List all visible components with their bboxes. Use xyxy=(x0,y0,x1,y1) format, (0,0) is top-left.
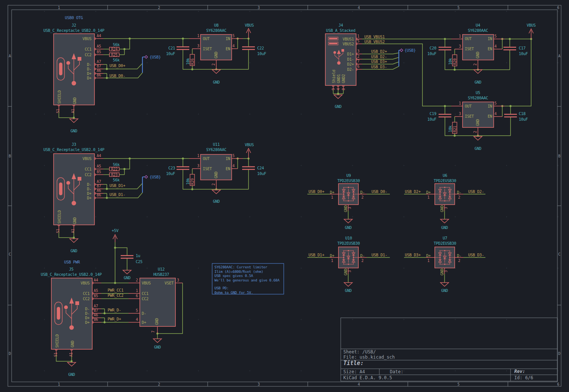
pin-name-d+[interactable]: D+ xyxy=(142,320,146,325)
pin-name-d+[interactable]: D+ xyxy=(87,71,91,76)
net-label-usb-d1-[interactable]: USB_D1- xyxy=(371,253,387,257)
pin-name-vbus[interactable]: VBUS xyxy=(81,281,90,285)
pin-name-d+[interactable]: D+ xyxy=(87,196,91,200)
pin-name-gnd[interactable]: GND xyxy=(214,172,218,178)
pin-number-b6[interactable]: B6 xyxy=(97,193,101,197)
pin-number-4[interactable]: 4 xyxy=(336,88,341,90)
pin-number-2[interactable]: 2 xyxy=(473,131,478,133)
pin-number-3[interactable]: 3 xyxy=(444,207,448,209)
pin-name-d-[interactable]: D- xyxy=(360,190,365,195)
designator-husb237[interactable]: HUSB237 xyxy=(153,272,169,277)
pin-number-a6[interactable]: A6 xyxy=(94,313,98,317)
pin-name-shield[interactable]: SHIELD xyxy=(57,210,61,224)
pin-name-gnd[interactable]: GND xyxy=(72,97,77,104)
power-label-gnd[interactable]: GND xyxy=(213,199,220,203)
pin-name-out[interactable]: OUT xyxy=(203,156,210,161)
note-text-usb-spec-gives-0-5a[interactable]: USB spec gives 0.5A xyxy=(214,274,253,278)
note-text-ilim-a-6800-rset-ohm-[interactable]: Ilim (A)=6800/Rset (ohm) xyxy=(214,269,263,274)
pin-name-in[interactable]: IN xyxy=(488,104,492,108)
pin-name-d-[interactable]: D- xyxy=(85,307,90,311)
pin-name-cc2[interactable]: CC2 xyxy=(85,172,91,177)
designator-j3[interactable]: J3 xyxy=(72,142,76,147)
pin-number-1[interactable]: 1 xyxy=(197,34,199,38)
pin-number-b5[interactable]: B5 xyxy=(97,50,101,54)
pin-number-s1[interactable]: S1 xyxy=(56,229,60,233)
designator-10k[interactable]: 10k xyxy=(448,58,452,65)
pin-number-3[interactable]: 3 xyxy=(197,44,199,48)
net-label-usb-d1+[interactable]: USB_D1+ xyxy=(308,253,324,257)
pin-number-b7[interactable]: B7 xyxy=(97,64,101,69)
designator-56k[interactable]: 56k xyxy=(113,162,120,167)
pin-name-cc1[interactable]: CC1 xyxy=(142,291,148,296)
designator-c21[interactable]: C21 xyxy=(168,46,175,50)
pin-name-in[interactable]: IN xyxy=(226,36,230,41)
pin-number-5[interactable]: 5 xyxy=(357,39,359,43)
pin-number-s1[interactable]: S1 xyxy=(56,109,60,113)
pin-number-2[interactable]: 2 xyxy=(357,54,359,59)
pin-name-shield[interactable]: SHIELD xyxy=(55,334,59,348)
pin-number-1[interactable]: 1 xyxy=(197,154,199,158)
pin-name-vbus2[interactable]: VBUS2 xyxy=(343,42,354,46)
pin-name-shield[interactable]: Shield xyxy=(331,70,336,83)
pin-name-gnd2[interactable]: GND2 xyxy=(341,74,346,83)
designator-10uf[interactable]: 10uF xyxy=(427,51,436,56)
designator-c25[interactable]: C25 xyxy=(136,259,142,264)
pin-name-d1-[interactable]: D1- xyxy=(347,57,354,61)
designator-c17[interactable]: C17 xyxy=(519,46,526,50)
pin-number-3[interactable]: 3 xyxy=(347,270,352,272)
net-label-usb-d2-[interactable]: USB_D2- xyxy=(468,189,484,194)
power-label-gnd[interactable]: GND xyxy=(475,146,481,151)
pin-number-1[interactable]: 1 xyxy=(331,195,333,200)
designator-c20[interactable]: C20 xyxy=(430,46,436,50)
designator-u11[interactable]: U11 xyxy=(213,142,220,147)
designator-u7[interactable]: U7 xyxy=(443,236,447,240)
pin-name-d+[interactable]: D+ xyxy=(85,320,90,325)
designator-56k[interactable]: 56k xyxy=(113,178,120,182)
pin-number-a7[interactable]: A7 xyxy=(97,60,101,64)
designator-tpd2eusb30[interactable]: TPD2EUSB30 xyxy=(434,178,456,183)
designator-10k[interactable]: 10k xyxy=(186,178,190,185)
pin-number-a7[interactable]: A7 xyxy=(97,180,101,184)
pin-number-1[interactable]: 1 xyxy=(459,101,461,106)
pin-number-b6[interactable]: B6 xyxy=(97,73,101,78)
pin-name-iset[interactable]: ISET xyxy=(465,114,474,118)
power-label-vbus[interactable]: VBUS xyxy=(527,23,536,27)
pin-name-vbus[interactable]: VBUS xyxy=(82,36,91,41)
note-text-usb-pd-[interactable]: USB PD: xyxy=(214,286,229,290)
pin-number-a1[interactable]: A1 xyxy=(71,109,75,113)
net-label-usb-vbus2[interactable]: USB_VBUS2 xyxy=(364,39,385,44)
designator-c24[interactable]: C24 xyxy=(257,166,264,170)
net-label-pwr-d+[interactable]: PWR_D+ xyxy=(108,317,121,321)
power-label-gnd[interactable]: GND xyxy=(335,104,341,109)
pin-number-r20[interactable]: R20 xyxy=(453,58,457,65)
pin-number-a6[interactable]: A6 xyxy=(97,69,101,73)
net-label-pwr-cc1[interactable]: PWR_CC1 xyxy=(108,288,123,292)
designator-u5[interactable]: U5 xyxy=(476,90,480,95)
pin-number-4[interactable]: 4 xyxy=(494,112,497,116)
pin-name-d2-[interactable]: D2- xyxy=(347,67,354,72)
pin-number-5[interactable]: 5 xyxy=(232,34,235,38)
net-label-usb-d1+[interactable]: USB_D1+ xyxy=(109,183,125,188)
hier-label-{usb}[interactable]: {USB} xyxy=(150,55,161,59)
pin-number-7[interactable]: 7 xyxy=(357,59,359,64)
pin-number-r26[interactable]: R26 xyxy=(190,58,195,65)
designator-u9[interactable]: U9 xyxy=(346,173,351,178)
pin-name-cc1[interactable]: CC1 xyxy=(85,47,91,51)
designator-usb-a-stacked[interactable]: USB_A_Stacked xyxy=(326,28,355,33)
pin-name-d-[interactable]: D- xyxy=(87,67,91,71)
pin-number-a4[interactable]: A4 xyxy=(94,278,98,283)
designator-10k[interactable]: 10k xyxy=(448,126,452,132)
power-label-gnd[interactable]: GND xyxy=(70,248,77,253)
pin-name-d+[interactable]: D+ xyxy=(330,190,334,195)
pin-name-d+[interactable]: D+ xyxy=(85,316,90,320)
pin-number-b5[interactable]: B5 xyxy=(97,170,101,174)
pin-name-en[interactable]: EN xyxy=(488,114,492,118)
power-label-+5v[interactable]: +5V xyxy=(112,228,118,233)
designator-j4[interactable]: J4 xyxy=(338,23,343,27)
net-label-usb-d3+[interactable]: USB_D3+ xyxy=(371,59,387,64)
kicad-schematic-canvas[interactable]: USB0 OTGUSB PWRJ2USB_C_Receptacle_USB2.0… xyxy=(0,0,569,392)
pin-number-a1[interactable]: A1 xyxy=(69,353,73,357)
designator-1u[interactable]: 1u xyxy=(136,253,140,258)
power-label-vbus[interactable]: VBUS xyxy=(245,142,254,147)
pin-number-r21[interactable]: R21 xyxy=(453,126,457,132)
